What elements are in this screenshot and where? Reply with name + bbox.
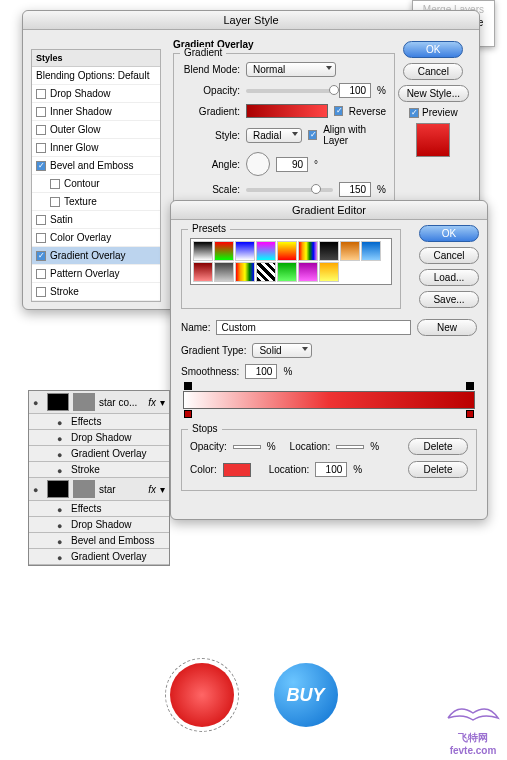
- checkbox[interactable]: [50, 179, 60, 189]
- preset[interactable]: [235, 241, 255, 261]
- style-texture[interactable]: Texture: [32, 193, 160, 211]
- ge-save-button[interactable]: Save...: [419, 291, 479, 308]
- style-stroke[interactable]: Stroke: [32, 283, 160, 301]
- preset[interactable]: [319, 241, 339, 261]
- preset[interactable]: [193, 241, 213, 261]
- style-drop-shadow[interactable]: Drop Shadow: [32, 85, 160, 103]
- visibility-icon[interactable]: [33, 484, 43, 494]
- checkbox[interactable]: [50, 197, 60, 207]
- scale-slider[interactable]: [246, 188, 333, 192]
- effect-stroke[interactable]: Stroke: [29, 462, 169, 478]
- name-input[interactable]: [216, 320, 411, 335]
- checkbox[interactable]: [36, 107, 46, 117]
- new-button[interactable]: New: [417, 319, 477, 336]
- preset[interactable]: [361, 241, 381, 261]
- style-bevel-emboss[interactable]: Bevel and Emboss: [32, 157, 160, 175]
- ge-ok-button[interactable]: OK: [419, 225, 479, 242]
- chevron-down-icon[interactable]: ▾: [160, 484, 165, 495]
- effect-bevel-emboss[interactable]: Bevel and Emboss: [29, 533, 169, 549]
- chevron-down-icon[interactable]: ▾: [160, 397, 165, 408]
- preset[interactable]: [277, 241, 297, 261]
- stop-color-swatch[interactable]: [223, 463, 251, 477]
- preset[interactable]: [193, 262, 213, 282]
- preset[interactable]: [235, 262, 255, 282]
- effect-gradient-overlay[interactable]: Gradient Overlay: [29, 446, 169, 462]
- preset[interactable]: [340, 241, 360, 261]
- color-stop[interactable]: [466, 410, 474, 418]
- effects-row-2[interactable]: Effects: [29, 501, 169, 517]
- visibility-icon[interactable]: [57, 417, 67, 427]
- checkbox[interactable]: [36, 233, 46, 243]
- preset[interactable]: [214, 241, 234, 261]
- layer-star-co[interactable]: star co... fx ▾: [29, 391, 169, 414]
- layer-star[interactable]: star fx ▾: [29, 478, 169, 501]
- style-inner-glow[interactable]: Inner Glow: [32, 139, 160, 157]
- checkbox[interactable]: [36, 125, 46, 135]
- checkbox[interactable]: [36, 251, 46, 261]
- starburst-shape[interactable]: [170, 663, 234, 727]
- preset[interactable]: [298, 262, 318, 282]
- preset[interactable]: [214, 262, 234, 282]
- style-outer-glow[interactable]: Outer Glow: [32, 121, 160, 139]
- opacity-input[interactable]: 100: [339, 83, 371, 98]
- visibility-icon[interactable]: [57, 504, 67, 514]
- smoothness-input[interactable]: 100: [245, 364, 277, 379]
- ok-button[interactable]: OK: [403, 41, 463, 58]
- delete-opacity-stop[interactable]: Delete: [408, 438, 468, 455]
- style-color-overlay[interactable]: Color Overlay: [32, 229, 160, 247]
- preset[interactable]: [256, 262, 276, 282]
- effects-row[interactable]: Effects: [29, 414, 169, 430]
- gradient-bar[interactable]: [183, 391, 475, 409]
- reverse-checkbox[interactable]: [334, 106, 343, 116]
- fx-badge[interactable]: fx: [148, 484, 156, 495]
- opacity-stop[interactable]: [466, 382, 474, 390]
- style-select[interactable]: Radial: [246, 128, 302, 143]
- effect-gradient-overlay-2[interactable]: Gradient Overlay: [29, 549, 169, 565]
- cancel-button[interactable]: Cancel: [403, 63, 463, 80]
- checkbox[interactable]: [36, 143, 46, 153]
- gradient-swatch[interactable]: [246, 104, 328, 118]
- opacity-stop[interactable]: [184, 382, 192, 390]
- checkbox[interactable]: [36, 269, 46, 279]
- preset[interactable]: [277, 262, 297, 282]
- blend-mode-select[interactable]: Normal: [246, 62, 336, 77]
- visibility-icon[interactable]: [57, 552, 67, 562]
- style-gradient-overlay[interactable]: Gradient Overlay: [32, 247, 160, 265]
- visibility-icon[interactable]: [57, 465, 67, 475]
- stop-opacity-input[interactable]: [233, 445, 261, 449]
- color-stop[interactable]: [184, 410, 192, 418]
- scale-input[interactable]: 150: [339, 182, 371, 197]
- style-pattern-overlay[interactable]: Pattern Overlay: [32, 265, 160, 283]
- effect-drop-shadow[interactable]: Drop Shadow: [29, 430, 169, 446]
- visibility-icon[interactable]: [57, 536, 67, 546]
- checkbox[interactable]: [36, 89, 46, 99]
- angle-input[interactable]: 90: [276, 157, 308, 172]
- visibility-icon[interactable]: [57, 520, 67, 530]
- preview-checkbox[interactable]: [409, 108, 419, 118]
- checkbox[interactable]: [36, 161, 46, 171]
- checkbox[interactable]: [36, 287, 46, 297]
- opacity-slider[interactable]: [246, 89, 333, 93]
- preset[interactable]: [319, 262, 339, 282]
- visibility-icon[interactable]: [33, 397, 43, 407]
- style-inner-shadow[interactable]: Inner Shadow: [32, 103, 160, 121]
- delete-color-stop[interactable]: Delete: [408, 461, 468, 478]
- align-checkbox[interactable]: [308, 130, 317, 140]
- visibility-icon[interactable]: [57, 449, 67, 459]
- type-select[interactable]: Solid: [252, 343, 312, 358]
- new-style-button[interactable]: New Style...: [398, 85, 469, 102]
- ge-cancel-button[interactable]: Cancel: [419, 247, 479, 264]
- preset[interactable]: [256, 241, 276, 261]
- fx-badge[interactable]: fx: [148, 397, 156, 408]
- angle-dial[interactable]: [246, 152, 270, 176]
- ge-load-button[interactable]: Load...: [419, 269, 479, 286]
- visibility-icon[interactable]: [57, 433, 67, 443]
- preset[interactable]: [298, 241, 318, 261]
- style-contour[interactable]: Contour: [32, 175, 160, 193]
- checkbox[interactable]: [36, 215, 46, 225]
- style-satin[interactable]: Satin: [32, 211, 160, 229]
- stop-location-input-1[interactable]: [336, 445, 364, 449]
- effect-drop-shadow-2[interactable]: Drop Shadow: [29, 517, 169, 533]
- stop-location-input-2[interactable]: 100: [315, 462, 347, 477]
- blending-options[interactable]: Blending Options: Default: [32, 67, 160, 85]
